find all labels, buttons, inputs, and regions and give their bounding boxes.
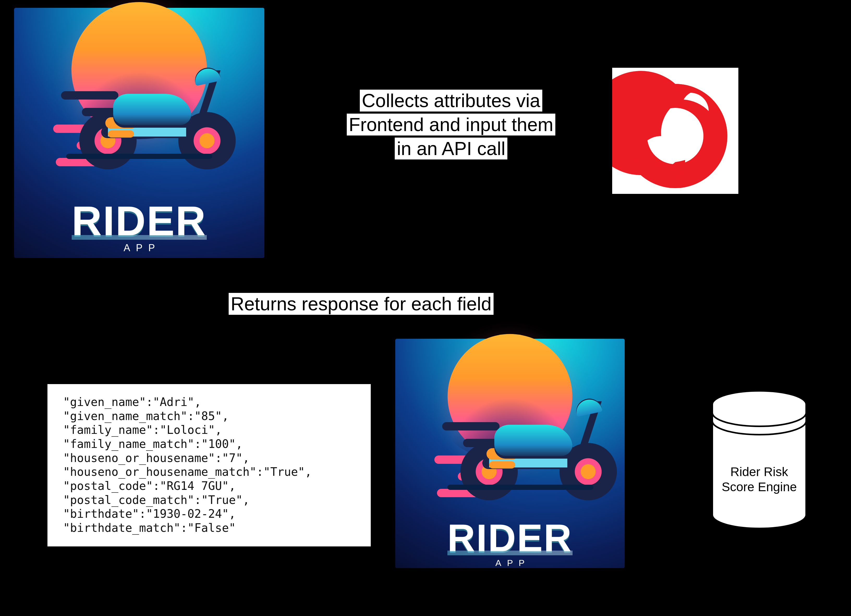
rider-app-logo-top: RIDER APP <box>14 8 265 258</box>
db-label-line1: Rider Risk <box>709 465 809 480</box>
label-collects-attributes: Collects attributes via Frontend and inp… <box>331 88 571 160</box>
label-returns-response: Returns response for each field <box>209 292 514 316</box>
api-response-snippet: "given_name":"Adri", "given_name_match":… <box>47 384 371 546</box>
rider-logo-title: RIDER <box>72 200 207 240</box>
db-label-line2: Score Engine <box>709 480 809 495</box>
rider-logo-subtitle: APP <box>490 558 530 568</box>
rider-logo-title: RIDER <box>447 519 573 555</box>
vodafone-logo <box>612 68 738 194</box>
rider-logo-subtitle: APP <box>118 242 161 253</box>
rider-risk-score-engine-db: Rider Risk Score Engine <box>709 389 809 531</box>
rider-app-logo-bottom: RIDER APP <box>395 339 625 568</box>
